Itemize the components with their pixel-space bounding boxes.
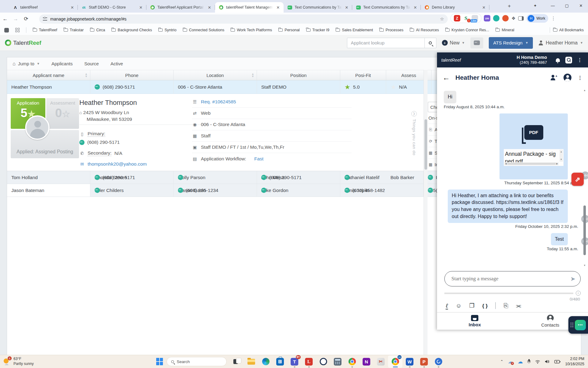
choose-button-clipped[interactable]: Cho bbox=[428, 102, 437, 112]
attachment-icon[interactable]: ⎘ bbox=[503, 302, 508, 309]
bookmark-folder[interactable]: AI Resources bbox=[410, 28, 439, 32]
bookmark-folder[interactable]: Personal bbox=[278, 28, 300, 32]
table-row[interactable]: Molly Parson(608) 290-5171006 - C-Store … bbox=[174, 171, 257, 184]
tab-close-icon[interactable]: ✕ bbox=[207, 5, 212, 10]
column-header[interactable]: Phone bbox=[90, 70, 174, 80]
sms-phone-icon[interactable] bbox=[178, 188, 183, 193]
s-extension-icon[interactable]: S! bbox=[463, 15, 469, 21]
battery-icon[interactable] bbox=[554, 360, 560, 363]
file-scrollbar-horizontal[interactable]: ◀▶ bbox=[504, 162, 559, 165]
browser-tab[interactable]: Text Communications by Talen✕ bbox=[284, 2, 352, 13]
wifi-icon[interactable] bbox=[535, 360, 540, 364]
blue-app-taskbar-icon[interactable] bbox=[431, 355, 446, 368]
text-communications-button[interactable] bbox=[470, 37, 483, 48]
new-button[interactable]: + New ▼ bbox=[442, 40, 465, 46]
start-button[interactable] bbox=[156, 358, 164, 365]
applicant-name-cell[interactable]: Rhonda Steves bbox=[90, 171, 174, 184]
tab-close-icon[interactable]: ✕ bbox=[138, 5, 143, 10]
applicant-name-cell[interactable]: John Mesa bbox=[257, 171, 340, 184]
calendar-icon[interactable] bbox=[495, 302, 496, 309]
chrome-taskbar-icon[interactable] bbox=[345, 355, 359, 368]
applicant-name-cell[interactable]: Janis Joplin bbox=[340, 184, 424, 197]
bookmark-folder[interactable]: Connected Solutions bbox=[183, 28, 224, 32]
ats-redesign-button[interactable]: ATS Redesign ▼ bbox=[489, 37, 533, 49]
microphone-icon[interactable] bbox=[527, 359, 530, 364]
weather-widget[interactable]: ☁ 6 63°FPartly sunny bbox=[0, 357, 70, 366]
nav-item-active[interactable]: Active bbox=[111, 61, 123, 66]
bookmark-folder[interactable]: Circa bbox=[90, 28, 105, 32]
sms-phone-icon[interactable] bbox=[261, 188, 266, 193]
table-row[interactable]: John Mesa(608) 290-5171006 - C-Store Atl… bbox=[257, 171, 340, 184]
all-bookmarks-button[interactable]: All Bookmarks bbox=[553, 28, 584, 32]
bookmark-folder[interactable]: Krysten Connor Res... bbox=[445, 28, 489, 32]
browser-profile-button[interactable]: H Work bbox=[526, 14, 548, 23]
sms-phone-icon[interactable] bbox=[79, 140, 85, 145]
action-item-clipped[interactable]: ⟳Tra bbox=[428, 136, 437, 147]
browser-tab[interactable]: talentReef Talent Management✕ bbox=[215, 2, 284, 13]
add-contact-icon[interactable]: + bbox=[551, 75, 557, 80]
table-row[interactable]: Jason Bateman(254) 254-5410005 - Distrib… bbox=[7, 184, 90, 197]
bookmark-folder[interactable]: Syntrio bbox=[158, 28, 176, 32]
workflow-link[interactable]: Fast bbox=[254, 156, 263, 162]
bookmark-folder[interactable]: Background Checks bbox=[111, 28, 152, 32]
zoom-extension-icon[interactable]: zm bbox=[484, 15, 490, 21]
calculator-taskbar-icon[interactable] bbox=[330, 355, 345, 368]
contact-profile-icon[interactable] bbox=[564, 74, 571, 82]
browser-menu-icon[interactable]: ⋮ bbox=[551, 16, 556, 21]
sms-phone-icon[interactable] bbox=[95, 84, 100, 90]
applicant-lookup-input[interactable] bbox=[347, 40, 424, 45]
req-link[interactable]: Req. #10624585 bbox=[201, 99, 236, 105]
browser-tab[interactable]: TalentReef Applicant Portal✕ bbox=[146, 2, 215, 13]
site-info-icon[interactable] bbox=[43, 17, 47, 21]
taskbar-search[interactable]: Search bbox=[167, 357, 227, 366]
bookmark-folder[interactable]: Tracker I9 bbox=[306, 28, 330, 32]
scrollbar-thumb[interactable] bbox=[424, 119, 427, 170]
file-explorer-taskbar-icon[interactable] bbox=[244, 355, 258, 368]
tab-close-icon[interactable]: ✕ bbox=[481, 5, 486, 10]
snipping-tool-taskbar-icon[interactable]: ✂ bbox=[374, 355, 388, 368]
action-item-clipped[interactable]: On-s bbox=[428, 112, 437, 124]
reading-list-icon[interactable] bbox=[4, 28, 9, 33]
table-row[interactable]: Rhonda Steves(608) 290-5171006 - C-Store… bbox=[90, 171, 174, 184]
table-row[interactable]: Tom Holland(608) 290-5171006 - C-Store A… bbox=[7, 171, 90, 184]
sms-phone-icon[interactable] bbox=[428, 188, 433, 193]
chat-widget-button[interactable]: ••• bbox=[568, 316, 588, 334]
onenote-taskbar-icon[interactable]: N bbox=[359, 355, 374, 368]
column-header[interactable]: Applicant name▲▼ bbox=[7, 70, 90, 80]
edge-taskbar-icon[interactable] bbox=[258, 355, 273, 368]
volume-icon[interactable] bbox=[545, 359, 550, 364]
column-header[interactable]: Posi-Fit bbox=[340, 70, 386, 80]
column-header[interactable]: Position bbox=[257, 70, 340, 80]
forward-button[interactable]: → bbox=[10, 16, 21, 22]
drag-handle-icon[interactable] bbox=[571, 323, 573, 327]
chrome-work-taskbar-icon[interactable]: H bbox=[388, 355, 402, 368]
column-header[interactable]: Location▲▼ bbox=[174, 70, 257, 80]
user-menu[interactable]: Heather Homa ▼ bbox=[538, 40, 583, 46]
applicant-name-cell[interactable]: Tyler Childers bbox=[90, 184, 174, 197]
applicant-lookup-search-button[interactable] bbox=[424, 38, 436, 48]
send-icon[interactable]: ➤ bbox=[570, 275, 575, 282]
applicant-name-cell[interactable]: Mason Gavin bbox=[174, 184, 257, 197]
window-close-button[interactable]: ✕ bbox=[574, 0, 588, 11]
talentreef-logo[interactable]: TalentReef bbox=[5, 40, 41, 46]
browser-tab[interactable]: Demo Library✕ bbox=[421, 2, 489, 13]
tab-inbox[interactable]: Inbox bbox=[437, 312, 513, 330]
zight-extension-icon[interactable]: Z bbox=[454, 15, 460, 21]
things-you-can-do[interactable]: ❯ Things you can do bbox=[411, 111, 417, 155]
chevron-up-icon[interactable]: ⌃ bbox=[500, 359, 503, 364]
saved-replies-icon[interactable]: ❐ bbox=[469, 302, 474, 309]
tab-organize-icon[interactable]: ✦ bbox=[533, 3, 537, 8]
assessment-score-card[interactable]: Assessment 0☆ bbox=[46, 98, 79, 129]
action-item-clipped[interactable]: ⎘Att bbox=[428, 124, 437, 136]
short-link-icon[interactable]: ⫘ bbox=[516, 302, 521, 309]
bookmark-folder[interactable]: Trakstar bbox=[64, 28, 84, 32]
nav-item-source[interactable]: Source bbox=[84, 61, 99, 66]
search-messages-icon[interactable] bbox=[565, 57, 573, 63]
window-minimize-button[interactable]: — bbox=[546, 0, 560, 11]
microsoft-store-taskbar-icon[interactable]: ⊞ bbox=[273, 355, 287, 368]
applicant-name-cell[interactable]: Mike Gordon bbox=[257, 184, 340, 197]
sms-phone-icon[interactable] bbox=[178, 175, 183, 180]
applicant-name-cell[interactable]: Heather Thompson bbox=[7, 80, 90, 94]
signature-icon[interactable]: ℓ bbox=[446, 302, 448, 309]
word-taskbar-icon[interactable]: W bbox=[402, 355, 417, 368]
